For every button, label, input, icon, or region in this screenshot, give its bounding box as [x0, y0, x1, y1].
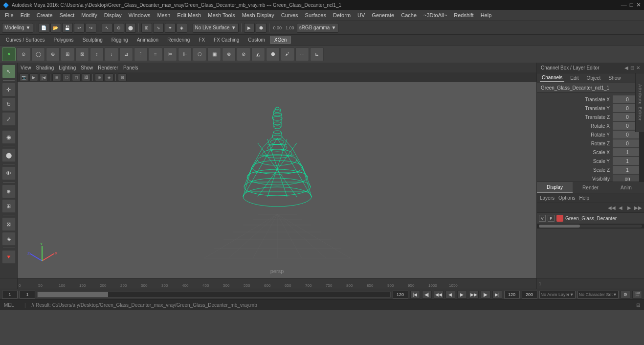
snap-point-btn[interactable]: ✦: [165, 23, 176, 33]
pb-settings-btn[interactable]: ⚙: [621, 291, 630, 299]
mode-sculpting[interactable]: Sculpting: [79, 36, 107, 44]
ly-tab-layers[interactable]: Layers: [540, 195, 555, 201]
icon-tool-14[interactable]: ▣: [207, 47, 221, 61]
ch-translate-x[interactable]: Translate X: [537, 95, 644, 104]
menu-edit-mesh[interactable]: Edit Mesh: [174, 11, 204, 19]
menu-mesh[interactable]: Mesh: [154, 11, 173, 19]
snap-curve-btn[interactable]: ∿: [153, 23, 164, 33]
live-surface-dropdown[interactable]: No Live Surface ▼: [193, 23, 239, 33]
icon-tool-9[interactable]: ⋮: [134, 47, 148, 61]
menu-uv[interactable]: UV: [355, 11, 368, 19]
xgen-arrow-btn[interactable]: 🔻: [2, 250, 16, 264]
pb-anim-btn[interactable]: 🎬: [632, 291, 642, 299]
ch-scale-z-input[interactable]: [613, 166, 642, 174]
lasso-btn[interactable]: ⊙: [113, 23, 124, 33]
redo-btn[interactable]: ↪: [86, 23, 96, 33]
vp-wire-btn[interactable]: ⬡: [62, 73, 71, 81]
vp-cam-btn[interactable]: 📷: [20, 73, 28, 81]
menu-display[interactable]: Display: [101, 11, 125, 19]
pb-play-back-btn[interactable]: ◀: [445, 291, 455, 299]
pb-anim-layer-dropdown[interactable]: No Anim Layer ▼: [539, 291, 576, 299]
mode-curves-surfaces[interactable]: Curves / Surfaces: [2, 36, 48, 44]
pb-fwd-btn[interactable]: ▶▶: [469, 291, 479, 299]
vp-hud-btn[interactable]: ⊟: [118, 73, 127, 81]
layers-scroll-thumb[interactable]: [539, 225, 580, 228]
ch-translate-z[interactable]: Translate Z: [537, 113, 644, 121]
timeline[interactable]: 0 50 100 150 200 250 300 350 400 450 500…: [0, 278, 644, 289]
menu-cache[interactable]: Cache: [398, 11, 420, 19]
rp-collapse-btn[interactable]: ◀: [624, 65, 628, 70]
colorspace-dropdown[interactable]: sRGB gamma ▼: [297, 23, 339, 33]
ch-visibility[interactable]: Visibility: [537, 174, 644, 182]
tab-object[interactable]: Object: [585, 74, 603, 82]
icon-tool-16[interactable]: ⊘: [237, 47, 250, 61]
mode-fx[interactable]: FX: [195, 36, 209, 44]
icon-tool-6[interactable]: ↕: [90, 47, 104, 61]
menu-file[interactable]: File: [2, 11, 17, 19]
vp-tex-btn[interactable]: 🖼: [82, 73, 90, 81]
icon-tool-2[interactable]: ◯: [31, 47, 45, 61]
menu-mesh-display[interactable]: Mesh Display: [239, 11, 277, 19]
tab-anim[interactable]: Anim: [608, 182, 644, 193]
vp-isolate-btn[interactable]: ⊙: [95, 73, 104, 81]
ch-rotate-y[interactable]: Rotate Y: [537, 130, 644, 139]
viewport-canvas[interactable]: X Z Y persp: [18, 82, 536, 278]
menu-curves[interactable]: Curves: [278, 11, 301, 19]
menu-mesh-tools[interactable]: Mesh Tools: [205, 11, 238, 19]
vp-menu-lighting[interactable]: Lighting: [59, 65, 76, 70]
layer-v-btn[interactable]: V: [539, 215, 546, 222]
tab-render[interactable]: Render: [573, 182, 608, 193]
layers-scrollbar[interactable]: [537, 224, 644, 229]
menu-deform[interactable]: Deform: [330, 11, 354, 19]
icon-tool-12[interactable]: ⊩: [178, 47, 192, 61]
icon-tool-21[interactable]: ⊾: [310, 47, 324, 61]
pb-current-frame[interactable]: [2, 291, 18, 299]
ly-arrow-left[interactable]: ◀: [617, 205, 624, 210]
pb-range-end[interactable]: [393, 291, 408, 299]
ch-rotate-z-input[interactable]: [613, 139, 642, 147]
move-tool-btn[interactable]: ✛: [2, 83, 16, 96]
vp-menu-shading[interactable]: Shading: [36, 65, 54, 70]
ipr-btn[interactable]: ⬢: [256, 23, 266, 33]
icon-tool-1[interactable]: ⊙: [17, 47, 30, 61]
mode-polygons[interactable]: Polygons: [49, 36, 77, 44]
mode-animation[interactable]: Animation: [133, 36, 162, 44]
icon-tool-18[interactable]: ⬣: [266, 47, 280, 61]
save-btn[interactable]: 💾: [62, 23, 73, 33]
ch-scale-y-input[interactable]: [613, 157, 642, 165]
vp-play-btn[interactable]: ▶: [29, 73, 38, 81]
pb-char-set-dropdown[interactable]: No Character Set ▼: [577, 291, 619, 299]
icon-tool-13[interactable]: ⬡: [193, 47, 206, 61]
pb-play-fwd-btn[interactable]: ▶: [457, 291, 467, 299]
paint-weights-btn[interactable]: ⬤: [2, 148, 16, 162]
pb-step-back-btn[interactable]: ◀|: [422, 291, 432, 299]
ch-scale-z[interactable]: Scale Z: [537, 165, 644, 174]
undo-btn[interactable]: ↩: [74, 23, 85, 33]
icon-tool-17[interactable]: ◭: [251, 47, 265, 61]
icon-tool-10[interactable]: ≡: [149, 47, 162, 61]
mode-xgen[interactable]: XGen: [270, 36, 291, 44]
menu-create[interactable]: Create: [34, 11, 56, 19]
ly-tab-help[interactable]: Help: [579, 195, 589, 201]
close-button[interactable]: ✕: [636, 1, 641, 8]
show-hide-btn[interactable]: 👁: [2, 166, 16, 180]
vp-menu-show[interactable]: Show: [81, 65, 93, 70]
tool8-btn[interactable]: ◈: [2, 232, 16, 246]
pb-step-fwd-btn[interactable]: |▶: [481, 291, 490, 299]
menu-windows[interactable]: Windows: [126, 11, 154, 19]
pb-go-start-btn[interactable]: |◀: [410, 291, 420, 299]
vp-menu-view[interactable]: View: [21, 65, 31, 70]
pb-range-bar[interactable]: [37, 292, 391, 298]
menu-surfaces[interactable]: Surfaces: [302, 11, 329, 19]
select-btn[interactable]: ↖: [102, 23, 112, 33]
tab-show[interactable]: Show: [606, 74, 622, 82]
vp-xray-btn[interactable]: ◈: [105, 73, 113, 81]
ly-arrow-right2[interactable]: ▶▶: [634, 205, 642, 210]
mode-rendering[interactable]: Rendering: [163, 36, 194, 44]
tab-channels[interactable]: Channels: [540, 74, 564, 82]
layer-p-btn[interactable]: P: [548, 215, 555, 222]
rp-expand-btn[interactable]: ⊟: [630, 65, 634, 70]
new-scene-btn[interactable]: 📄: [39, 23, 49, 33]
vp-smooth-btn[interactable]: ◻: [72, 73, 81, 81]
pb-back-btn[interactable]: ◀◀: [434, 291, 444, 299]
